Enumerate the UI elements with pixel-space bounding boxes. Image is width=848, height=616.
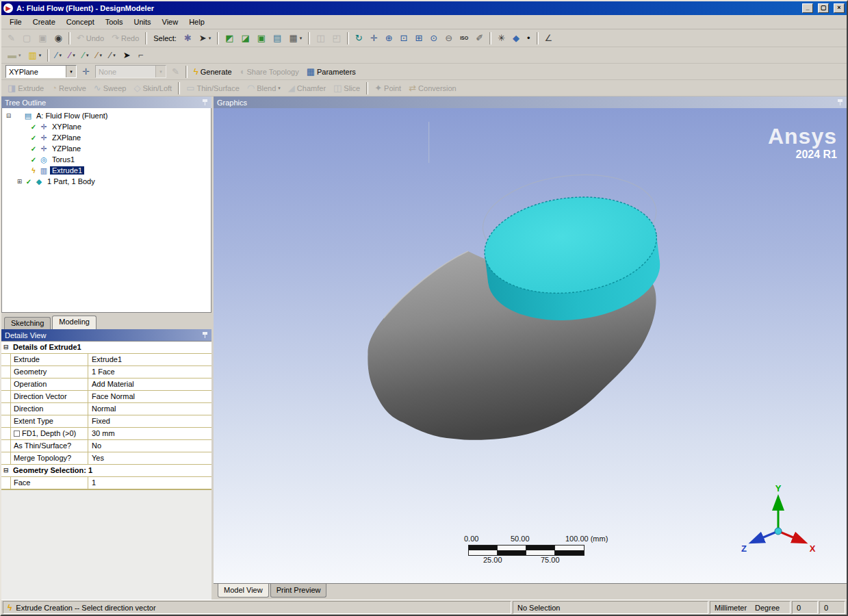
- graphics-canvas[interactable]: Ansys 2024 R1 0.00 50.00 100.00 (mm): [214, 108, 847, 583]
- details-section-header[interactable]: ⊟ Details of Extrude1: [1, 342, 211, 354]
- details-row[interactable]: Direction Normal: [1, 403, 211, 415]
- parameters-button[interactable]: ▦ Parameters: [303, 65, 359, 79]
- collapse-icon[interactable]: ⊟: [1, 465, 10, 476]
- collapse-icon[interactable]: ⊟: [1, 342, 10, 353]
- edge-style-1-icon[interactable]: ∕ ▾: [52, 49, 65, 62]
- tree-item-zxplane[interactable]: ✓ ✛ ZXPlane: [2, 132, 211, 143]
- select-pointer-icon[interactable]: ➤ ▾: [196, 31, 214, 45]
- details-row-value[interactable]: Fixed: [88, 415, 211, 427]
- filter-vertices-icon[interactable]: ◩: [222, 31, 237, 45]
- details-row-value[interactable]: Yes: [88, 452, 211, 464]
- close-button[interactable]: ×: [834, 3, 845, 13]
- point-button[interactable]: ✦ Point: [371, 81, 404, 95]
- rotate-icon[interactable]: ↻: [352, 31, 366, 45]
- measure-icon[interactable]: ∠: [541, 31, 556, 45]
- filter-edges-icon[interactable]: ◪: [238, 31, 253, 45]
- tab-modeling[interactable]: Modeling: [52, 316, 97, 329]
- revolve-button[interactable]: ◔ Revolve: [48, 81, 90, 95]
- tree-item-torus1[interactable]: ✓ ◎ Torus1: [2, 154, 211, 165]
- details-row-value[interactable]: 1: [88, 477, 211, 489]
- adjacent-filter-icon[interactable]: ▦ ▾: [285, 31, 305, 45]
- zoom-fit-icon[interactable]: ⊞: [411, 31, 426, 45]
- triad-origin[interactable]: [775, 528, 782, 535]
- blend-button[interactable]: ◠ Blend ▾: [244, 81, 284, 95]
- details-row-value[interactable]: Face Normal: [88, 391, 211, 402]
- details-row[interactable]: Merge Topology? Yes: [1, 452, 211, 465]
- minimize-button[interactable]: _: [802, 3, 813, 13]
- tree-item-extrude1[interactable]: ϟ ▥ Extrude1: [2, 165, 211, 176]
- pan-icon[interactable]: ✛: [367, 31, 381, 45]
- zoom-prev-icon[interactable]: ⊖: [441, 31, 456, 45]
- tree-item-xyplane[interactable]: ✓ ✛ XYPlane: [2, 121, 211, 132]
- view-adjust-icon[interactable]: ✐: [472, 31, 487, 45]
- details-section-header[interactable]: ⊟ Geometry Selection: 1: [1, 465, 211, 477]
- undo-button[interactable]: ↶ Undo: [73, 31, 107, 45]
- chamfer-button[interactable]: ◢ Chamfer: [285, 81, 329, 95]
- conversion-button[interactable]: ⇄ Conversion: [405, 81, 460, 95]
- menu-item[interactable]: File: [4, 16, 27, 28]
- edge-style-3-icon[interactable]: ∕ ▾: [79, 49, 92, 62]
- sweep-button[interactable]: ∿ Sweep: [90, 81, 130, 95]
- details-row[interactable]: Operation Add Material: [1, 378, 211, 391]
- z-axis-arrow[interactable]: [752, 531, 778, 542]
- tree-item-yzplane[interactable]: ✓ ✛ YZPlane: [2, 143, 211, 154]
- edge-style-2-icon[interactable]: ∕ ▾: [66, 49, 79, 62]
- details-row-value[interactable]: 1 Face: [88, 366, 211, 378]
- redo-button[interactable]: ↷ Redo: [108, 31, 142, 45]
- plane-combo[interactable]: XYPlane ▾: [5, 65, 77, 78]
- details-row[interactable]: Direction Vector Face Normal: [1, 391, 211, 403]
- tree-expander-icon[interactable]: ⊞: [16, 178, 23, 185]
- details-row-value[interactable]: No: [88, 440, 211, 452]
- sketch-pencil-icon[interactable]: ✎: [4, 31, 18, 45]
- generate-button[interactable]: ϟ Generate: [190, 65, 235, 79]
- display-mode-icon[interactable]: ◆: [509, 31, 523, 45]
- pin-icon[interactable]: [202, 332, 208, 339]
- x-axis-arrow[interactable]: [778, 531, 804, 542]
- maximize-button[interactable]: ▢: [818, 3, 829, 13]
- tree-item-part-body[interactable]: ⊞ ✓ ◆ 1 Part, 1 Body: [2, 176, 211, 187]
- details-row-value[interactable]: Extrude1: [88, 354, 211, 365]
- box-select-icon[interactable]: ◫: [313, 31, 328, 45]
- edge-style-4-icon[interactable]: ∕ ▾: [92, 49, 105, 62]
- graphics-header[interactable]: Graphics: [214, 97, 847, 108]
- menu-item[interactable]: Help: [183, 16, 210, 28]
- edge-style-5-icon[interactable]: ∕ ▾: [106, 49, 119, 62]
- skinloft-button[interactable]: ◇ Skin/Loft: [130, 81, 175, 95]
- parameter-checkbox[interactable]: [14, 431, 20, 437]
- extrude-button[interactable]: ◨ Extrude: [4, 81, 47, 95]
- chevron-down-icon[interactable]: ▾: [66, 66, 76, 77]
- pin-icon[interactable]: [837, 99, 843, 106]
- image-capture-icon[interactable]: ◉: [51, 31, 66, 45]
- zoom-box-icon[interactable]: ⊡: [397, 31, 411, 45]
- thinsurface-button[interactable]: ▭ Thin/Surface: [183, 81, 243, 95]
- details-row-value[interactable]: Add Material: [88, 378, 211, 390]
- details-view-header[interactable]: Details View: [1, 329, 211, 341]
- magnifier-icon[interactable]: ⊙: [426, 31, 441, 45]
- orientation-triad[interactable]: Y X Z: [737, 482, 819, 571]
- face-style-icon[interactable]: ▬ ▾: [4, 49, 25, 62]
- tab-sketching[interactable]: Sketching: [4, 317, 51, 329]
- menu-item[interactable]: Tools: [100, 16, 129, 28]
- iso-view-icon[interactable]: ISO: [457, 31, 472, 45]
- sketch-fill-icon[interactable]: ▣: [35, 31, 50, 45]
- filter-faces-icon[interactable]: ▣: [254, 31, 269, 45]
- zoom-in-icon[interactable]: ⊕: [382, 31, 396, 45]
- menu-item[interactable]: Create: [27, 16, 61, 28]
- pin-icon[interactable]: [202, 99, 208, 106]
- tree-item-project[interactable]: ⊟ ▤ A: Fluid Flow (Fluent): [2, 110, 211, 121]
- sketch-combo[interactable]: None ▾: [95, 65, 166, 78]
- details-row[interactable]: Geometry 1 Face: [1, 366, 211, 378]
- filter-bodies-icon[interactable]: ▤: [270, 31, 285, 45]
- details-row-value[interactable]: 30 mm: [88, 428, 211, 439]
- edge-color-icon[interactable]: ▥ ▾: [25, 49, 45, 62]
- details-row[interactable]: Extrude Extrude1: [1, 354, 211, 366]
- look-at-face-icon[interactable]: ✳: [494, 31, 509, 45]
- tree-outline-header[interactable]: Tree Outline: [1, 97, 211, 108]
- slice-button[interactable]: ◫ Slice: [330, 81, 363, 95]
- select-mode-icon[interactable]: ✱: [181, 31, 195, 45]
- new-sketch-icon[interactable]: ✎: [168, 65, 183, 79]
- lasso-select-icon[interactable]: ◰: [329, 31, 344, 45]
- vertex-arrow-icon[interactable]: ➤: [120, 49, 134, 62]
- details-row[interactable]: Face 1: [1, 477, 211, 489]
- title-bar[interactable]: ▶ A: Fluid Flow (Fluent) - DesignModeler…: [1, 1, 847, 15]
